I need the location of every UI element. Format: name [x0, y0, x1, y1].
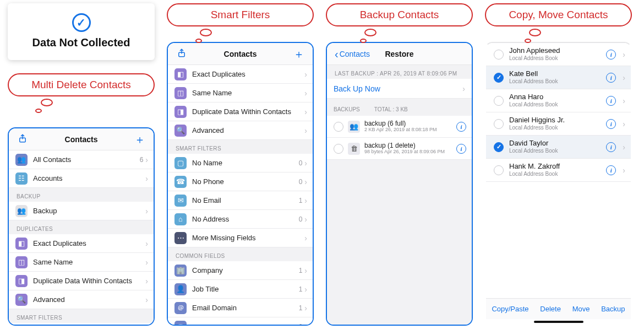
row-more-missing[interactable]: ⋯ More Missing Fields › — [168, 229, 313, 247]
backup-now-button[interactable]: Back Up Now › — [327, 79, 472, 99]
row-no-name[interactable]: ▢ No Name 0 › — [168, 154, 313, 172]
back-button[interactable]: ‹ Contacts — [335, 48, 373, 60]
row-advanced[interactable]: 🔍 Advanced › — [9, 290, 154, 309]
radio-unchecked-icon[interactable] — [334, 144, 343, 154]
row-count: 0 — [299, 178, 303, 186]
info-icon[interactable]: i — [606, 119, 616, 129]
page-title: Contacts — [29, 135, 134, 144]
backup-file-row[interactable]: 🗑 backup (1 delete) 98 bytes Apr 26, 201… — [327, 138, 472, 160]
row-dup-within[interactable]: ◨ Duplicate Data Within Contacts › — [9, 272, 154, 290]
row-label: No Name — [192, 159, 299, 167]
info-icon[interactable]: i — [456, 122, 466, 132]
info-icon[interactable]: i — [456, 144, 466, 154]
callout-text: Multi Delete Contacts — [8, 73, 155, 96]
info-icon[interactable]: i — [606, 73, 616, 83]
add-icon[interactable]: ＋ — [134, 134, 146, 145]
row-no-email[interactable]: ✉ No Email 1 › — [168, 191, 313, 210]
chevron-right-icon: › — [145, 207, 148, 215]
row-phone[interactable]: ☎ Phone 0 › — [168, 317, 313, 325]
row-no-address[interactable]: ⌂ No Address 0 › — [168, 210, 313, 229]
contact-list: John AppleseedLocal Address Booki›Kate B… — [486, 43, 631, 325]
row-accounts[interactable]: ☷ Accounts › — [9, 169, 154, 188]
row-label: Exact Duplicates — [33, 239, 145, 247]
row-company[interactable]: 🏢 Company 1 › — [168, 261, 313, 280]
job-icon: 👤 — [174, 283, 187, 295]
section-header-duplicates: DUPLICATES — [9, 220, 154, 234]
radio-checked-icon[interactable] — [494, 73, 504, 83]
delete-button[interactable]: Delete — [540, 305, 561, 313]
contact-name: Hank M. Zakroff — [509, 163, 601, 171]
section-header-common: COMMON FIELDS — [168, 247, 313, 261]
contact-row[interactable]: John AppleseedLocal Address Booki› — [486, 43, 631, 66]
chevron-right-icon: › — [145, 174, 148, 183]
noemail-icon: ✉ — [174, 195, 187, 207]
radio-unchecked-icon[interactable] — [494, 165, 504, 175]
row-label: Company — [192, 266, 299, 274]
chevron-right-icon: › — [304, 266, 307, 275]
accounts-icon: ☷ — [15, 172, 28, 185]
navbar: Contacts ＋ — [168, 43, 313, 65]
chevron-right-icon: › — [623, 73, 625, 82]
page-title: Contacts — [188, 50, 293, 58]
contact-row[interactable]: David TaylorLocal Address Booki› — [486, 136, 631, 159]
info-icon[interactable]: i — [606, 50, 616, 60]
home-indicator — [534, 321, 583, 323]
section-header-backups: BACKUPS TOTAL : 3 KB — [327, 99, 472, 116]
copy-paste-button[interactable]: Copy/Paste — [492, 305, 528, 313]
contact-row[interactable]: Daniel Higgins Jr.Local Address Booki› — [486, 112, 631, 136]
info-icon[interactable]: i — [606, 96, 616, 106]
row-no-phone[interactable]: ☎ No Phone 0 › — [168, 172, 313, 191]
row-exact-duplicates[interactable]: ◧ Exact Duplicates › — [168, 65, 313, 84]
chevron-right-icon: › — [623, 143, 625, 152]
row-email-domain[interactable]: ＠ Email Domain 1 › — [168, 299, 313, 317]
contact-row[interactable]: Anna HaroLocal Address Booki› — [486, 89, 631, 112]
row-exact-duplicates[interactable]: ◧ Exact Duplicates › — [9, 234, 154, 253]
share-icon[interactable] — [176, 48, 188, 60]
backup-meta: 98 bytes Apr 26, 2019 at 8:09:06 PM — [364, 149, 452, 155]
row-same-name[interactable]: ◫ Same Name › — [9, 253, 154, 272]
section-header-backup: BACKUP — [9, 188, 154, 202]
callout-bubble: Multi Delete Contacts — [8, 73, 155, 105]
row-count: 1 — [299, 285, 303, 293]
move-button[interactable]: Move — [572, 305, 590, 313]
row-backup[interactable]: 👥 Backup › — [9, 202, 154, 220]
radio-unchecked-icon[interactable] — [494, 119, 504, 129]
add-icon[interactable]: ＋ — [293, 48, 305, 60]
backup-button[interactable]: Backup — [601, 305, 625, 313]
chevron-right-icon: › — [145, 155, 148, 164]
chevron-right-icon: › — [304, 322, 307, 325]
chevron-right-icon: › — [304, 177, 307, 186]
backup-file-row[interactable]: 👥 backup (6 full) 2 KB Apr 26, 2019 at 8… — [327, 116, 472, 138]
chevron-right-icon: › — [304, 234, 307, 242]
chevron-right-icon: › — [304, 89, 307, 98]
last-backup-label: LAST BACKUP : APR 26, 2019 AT 8:09:06 PM — [327, 65, 472, 79]
row-label: No Phone — [192, 177, 299, 186]
chevron-right-icon: › — [304, 304, 307, 312]
contact-row[interactable]: Kate BellLocal Address Booki› — [486, 66, 631, 89]
chevron-right-icon: › — [145, 277, 148, 285]
row-advanced[interactable]: 🔍 Advanced › — [168, 121, 313, 140]
info-icon[interactable]: i — [606, 142, 616, 152]
row-count: 1 — [299, 197, 303, 204]
chevron-right-icon: › — [145, 239, 148, 248]
row-dup-within[interactable]: ◨ Duplicate Data Within Contacts › — [168, 103, 313, 121]
row-all-contacts[interactable]: 👥 All Contacts 6 › — [9, 150, 154, 169]
backup-file-icon: 👥 — [348, 121, 360, 133]
radio-checked-icon[interactable] — [494, 142, 504, 152]
row-no-name[interactable]: ▢ No Name 0 › — [9, 323, 154, 325]
radio-unchecked-icon[interactable] — [494, 50, 504, 60]
section-header-smartfilters: SMART FILTERS — [9, 309, 154, 323]
trash-icon: 🗑 — [348, 143, 360, 155]
privacy-title: Data Not Collected — [13, 36, 149, 49]
radio-unchecked-icon[interactable] — [334, 122, 343, 132]
row-same-name[interactable]: ◫ Same Name › — [168, 84, 313, 103]
share-icon[interactable] — [17, 133, 29, 145]
company-icon: 🏢 — [174, 265, 187, 277]
row-job-title[interactable]: 👤 Job Title 1 › — [168, 280, 313, 299]
radio-unchecked-icon[interactable] — [494, 96, 504, 106]
contact-row[interactable]: Hank M. ZakroffLocal Address Booki› — [486, 159, 631, 182]
row-label: Same Name — [192, 89, 304, 97]
row-label: Phone — [192, 323, 299, 325]
info-icon[interactable]: i — [606, 165, 616, 175]
action-label: Back Up Now — [334, 84, 380, 93]
